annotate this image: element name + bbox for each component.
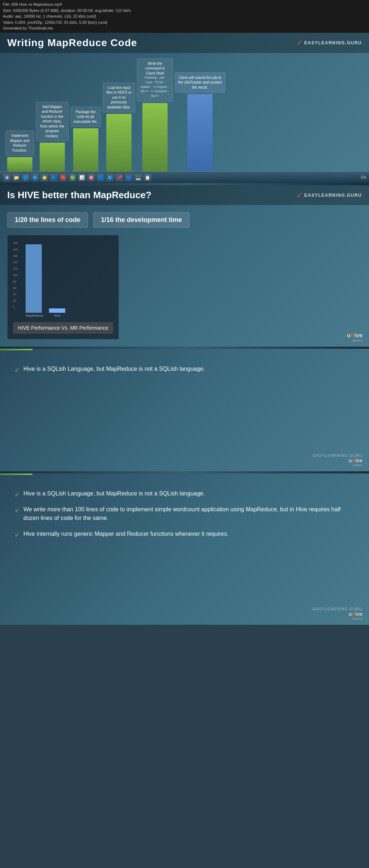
slide2-brand-text: EASYLEARNING.GURU: [304, 193, 362, 198]
chart-title: HIVE Performance Vs. MR Performance: [13, 322, 113, 334]
taskbar-folder-icon[interactable]: 📁: [12, 174, 20, 182]
file-info-line5: Generated by Thumbnail.me: [3, 25, 366, 31]
taskbar-icon-4[interactable]: 🔴: [59, 174, 67, 182]
y-label-200: 200: [13, 241, 18, 245]
slide-hive-vs-mapreduce: Is HIVE better than MapReduce? ✓ EASYLEA…: [0, 185, 369, 347]
step5-label: Write the command in Client Shell hadoop…: [137, 58, 173, 102]
y-label-120: 120: [13, 267, 18, 270]
slide4-bullet-3: ✓ Hive internally runs generic Mapper an…: [14, 530, 355, 540]
step-3-package: Package the code as jar executable file.: [70, 107, 101, 172]
chart-bars: [22, 241, 113, 313]
metric-lines-of-code: 1/20 the lines of code: [7, 212, 88, 228]
hive-logo-slide2: uHive udemy: [347, 332, 363, 342]
slide3-brand-text: EASYLEARNING.GURU: [313, 453, 363, 458]
file-info-line2: Size: 4265206 Bytes (4.07 MiB), duration…: [3, 8, 366, 14]
step2-label: Add Mapper and Reducer function in the d…: [36, 102, 68, 142]
step6-label: Client will submit the job to the JobTra…: [175, 72, 225, 93]
taskbar-lang: EN: [361, 175, 366, 179]
taskbar-icon-1[interactable]: 🔷: [31, 174, 39, 182]
file-info-header: File: 006 Hive vs Mapreduce.mp4 Size: 42…: [0, 0, 369, 33]
slide4-bullet-1: ✓ Hive is a SQLish Language, but MapRedu…: [14, 489, 355, 500]
slide1-brand-text: EASYLEARNING.GURU: [304, 40, 362, 45]
y-label-80: 80: [13, 280, 18, 283]
slide1-header: Writing MapReduce Code ✓ EASYLEARNING.GU…: [0, 33, 369, 53]
file-info-line1: File: 006 Hive vs Mapreduce.mp4: [3, 1, 366, 8]
taskbar-icon-8[interactable]: 🟦: [97, 174, 105, 182]
brand-checkmark-icon: ✓: [296, 38, 303, 48]
step-2-add-function: Add Mapper and Reducer function in the d…: [36, 102, 68, 172]
step4-label: Load the input files in HDFS or use it o…: [103, 83, 135, 113]
slide4-brand-footer: EASYLEARNING.GURU uHive udemy: [313, 607, 363, 620]
y-label-160: 160: [13, 254, 18, 258]
chart-x-labels: MapReduce Hive: [22, 313, 113, 319]
slide2-title: Is HIVE better than MapReduce?: [7, 190, 151, 201]
taskbar-icon-6[interactable]: 📊: [78, 174, 86, 182]
hive-logo-sub: udemy: [347, 339, 363, 342]
taskbar-icon-11[interactable]: 🔵: [125, 174, 133, 182]
slide-hive-sqlish-1: ✓ Hive is a SQLish Language, but MapRedu…: [0, 349, 369, 471]
checkmark-icon-1: ✓: [14, 365, 20, 375]
step1-label: Implement Mapper and Reducer Function.: [5, 130, 34, 156]
step-4-load-files: Load the input files in HDFS or use it o…: [103, 83, 135, 172]
y-label-40: 40: [13, 293, 18, 296]
slide3-udemy-text: udemy: [313, 463, 363, 467]
slide3-brand-footer: EASYLEARNING.GURU uHive udemy: [313, 453, 363, 467]
bar-mapreduce: [26, 244, 42, 313]
taskbar[interactable]: 🖥 📁 🌐 🔷 ⭐ 🔵 🔴 🟢 📊 🎯 🟦 🔷 📌 🔵 💻 📋 EN: [0, 172, 369, 183]
y-label-60: 60: [13, 286, 18, 290]
slide1-brand: ✓ EASYLEARNING.GURU: [296, 38, 362, 48]
slide4-hive-logo: uHive udemy: [313, 611, 363, 620]
slide4-bullet-2-text: We write more than 100 lines of code to …: [23, 505, 355, 522]
chart-y-axis: 0 20 40 60 80 100 120 140 160 180 200: [13, 241, 18, 310]
step5-code: hadoop jar <jar-file-name> </input-dir> …: [140, 76, 170, 99]
slide2-brand-checkmark-icon: ✓: [296, 191, 303, 200]
slide4-bullet-2: ✓ We write more than 100 lines of code t…: [14, 505, 355, 522]
taskbar-icon-2[interactable]: ⭐: [40, 174, 48, 182]
slide1-title: Writing MapReduce Code: [7, 37, 137, 49]
taskbar-start-icon[interactable]: 🖥: [3, 174, 11, 182]
x-label-mapreduce: MapReduce: [26, 314, 42, 317]
taskbar-icon-10[interactable]: 📌: [115, 174, 123, 182]
taskbar-browser-icon[interactable]: 🌐: [22, 174, 30, 182]
slide3-bullet-1: ✓ Hive is a SQLish Language, but MapRedu…: [14, 365, 355, 375]
taskbar-icon-3[interactable]: 🔵: [50, 174, 58, 182]
taskbar-icon-12[interactable]: 💻: [134, 174, 142, 182]
step3-pillar: [73, 128, 98, 172]
taskbar-icon-9[interactable]: 🔷: [106, 174, 114, 182]
taskbar-right-area: EN: [361, 175, 366, 179]
slide4-hive-orange-icon: H: [352, 611, 355, 617]
slide3-hive-logo: uHive udemy: [313, 458, 363, 467]
slide4-bullet-1-text: Hive is a SQLish Language, but MapReduce…: [23, 489, 205, 498]
slide2-content: 1/20 the lines of code 1/16 the developm…: [0, 205, 369, 347]
slide4-brand-text: EASYLEARNING.GURU: [313, 607, 363, 611]
step-6-client: Client will submit the job to the JobTra…: [175, 72, 225, 172]
metric-boxes: 1/20 the lines of code 1/16 the developm…: [7, 212, 362, 228]
y-label-140: 140: [13, 261, 18, 264]
step-5-write-command: Write the command in Client Shell hadoop…: [137, 58, 173, 172]
step4-pillar: [106, 114, 132, 172]
y-label-20: 20: [13, 299, 18, 302]
taskbar-icon-7[interactable]: 🎯: [87, 174, 95, 182]
step3-label: Package the code as jar executable file.: [70, 107, 101, 127]
metric-dev-time: 1/16 the development time: [93, 212, 190, 228]
slide3-hive-orange-icon: H: [352, 458, 355, 463]
bar-hive-rect: [49, 308, 65, 313]
checkmark-icon-slide4-3: ✓: [14, 530, 20, 540]
y-label-100: 100: [13, 273, 18, 277]
chart-area: 0 20 40 60 80 100 120 140 160 180 200: [13, 241, 113, 319]
bar-hive: [49, 308, 65, 313]
slide-writing-mapreduce: Writing MapReduce Code ✓ EASYLEARNING.GU…: [0, 33, 369, 172]
y-label-180: 180: [13, 248, 18, 251]
step-1-implement: Implement Mapper and Reducer Function.: [5, 130, 34, 172]
taskbar-icon-5[interactable]: 🟢: [68, 174, 76, 182]
hive-logo-orange-icon: H: [350, 332, 355, 338]
taskbar-powerpoint-icon[interactable]: 📋: [143, 174, 151, 182]
checkmark-icon-slide4-2: ✓: [14, 506, 20, 516]
step5-pillar: [142, 103, 168, 172]
chart-hive-vs-mr: 0 20 40 60 80 100 120 140 160 180 200: [7, 235, 119, 339]
bar-mr-rect: [26, 244, 42, 313]
file-info-line4: Video: h.264, yuv420p, 1256x720, 91 kb/s…: [3, 19, 366, 26]
slide3-content: ✓ Hive is a SQLish Language, but MapRedu…: [0, 350, 369, 402]
slide4-content: ✓ Hive is a SQLish Language, but MapRedu…: [0, 475, 369, 574]
slide2-header: Is HIVE better than MapReduce? ✓ EASYLEA…: [0, 185, 369, 205]
